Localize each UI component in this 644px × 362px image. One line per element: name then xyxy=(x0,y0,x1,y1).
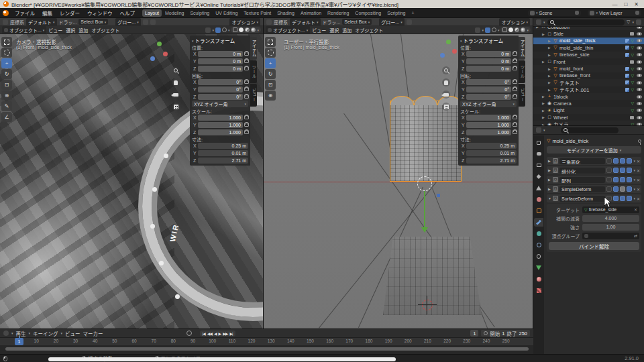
active-tool-icon[interactable] xyxy=(266,19,272,25)
screen-icon[interactable] xyxy=(630,60,634,64)
modifier-icon[interactable] xyxy=(625,67,629,71)
modifier-toggle-1[interactable] xyxy=(613,158,619,164)
proportional-editing-icon[interactable] xyxy=(215,27,221,33)
modifier-toggle-2[interactable] xyxy=(620,168,625,173)
object-name[interactable]: Side xyxy=(553,31,564,37)
viewport-menu-オブジェクト[interactable]: オブジェクト xyxy=(91,27,119,34)
lock-icon[interactable] xyxy=(513,95,517,99)
modifier-toggle-3[interactable] xyxy=(627,186,632,192)
shading-wireframe-icon[interactable] xyxy=(233,27,237,32)
outliner-row-mold_front[interactable]: ▶▽mold_front▽ xyxy=(533,65,644,72)
timeline-track[interactable] xyxy=(0,345,533,355)
expand-icon[interactable]: ▶ xyxy=(548,67,551,71)
visibility-eye-icon[interactable] xyxy=(637,116,642,119)
lock-icon[interactable] xyxy=(244,80,248,84)
rotation-mode-dropdown[interactable]: XYZ オイラー角▾ xyxy=(192,101,248,107)
visibility-eye-icon[interactable] xyxy=(637,46,642,50)
gizmo-axis-x[interactable] xyxy=(163,52,168,56)
modifier-toggle-3[interactable] xyxy=(627,177,632,182)
breadcrumb-object-name[interactable]: mold_side_thick xyxy=(552,138,588,144)
modifier-row-三角面化[interactable]: ▶△三角面化▾✕ xyxy=(547,157,641,165)
modifier-row-細分化[interactable]: ▶△細分化▾✕ xyxy=(547,166,641,174)
properties-tab-particles[interactable] xyxy=(534,229,543,238)
visibility-eye-icon[interactable] xyxy=(637,81,642,84)
modifier-toggle-3[interactable] xyxy=(627,158,632,164)
modifier-icon[interactable] xyxy=(625,53,629,57)
visibility-eye-icon[interactable] xyxy=(637,39,642,42)
transform-x-field[interactable]: X1.000 xyxy=(460,114,517,121)
camera-view-icon[interactable] xyxy=(172,90,180,99)
zoom-icon[interactable] xyxy=(442,66,450,74)
workspace-tab-scripting[interactable]: Scripting xyxy=(384,9,408,17)
object-name[interactable]: mold_side_thick xyxy=(559,38,596,44)
expand-icon[interactable]: ▶ xyxy=(542,123,545,125)
modifier-name-field[interactable]: SimpleDeform xyxy=(559,186,605,192)
outliner-row-テキスト.001[interactable]: ▶▽テキスト.001▽ xyxy=(533,86,644,93)
expand-icon[interactable]: ▶ xyxy=(548,159,551,163)
screen-icon[interactable] xyxy=(630,116,634,119)
modifier-name-field[interactable]: 細分化 xyxy=(559,168,605,174)
expand-icon[interactable]: ▶ xyxy=(548,46,551,50)
expand-icon[interactable]: ▶ xyxy=(542,32,545,36)
visibility-eye-icon[interactable] xyxy=(637,53,642,56)
pivot-point-icon[interactable] xyxy=(143,19,148,25)
overlays-icon[interactable] xyxy=(222,27,227,32)
transform-y-field[interactable]: Y0.01 m xyxy=(192,149,248,156)
outliner-row-Light[interactable]: ▶☀Light▽ xyxy=(533,107,644,114)
viewport-left-canvas[interactable]: WIR カメラ・透視投影 (1) Front | mold_side_thick… xyxy=(0,34,263,328)
transform-y-field[interactable]: Y1.000 xyxy=(460,121,517,128)
unbind-button[interactable]: バインド解除 xyxy=(549,242,639,250)
transform-z-field[interactable]: Z1.000 xyxy=(460,129,517,135)
gizmo-axis-y[interactable] xyxy=(157,42,162,46)
workspace-tab-animation[interactable]: Animation xyxy=(298,9,324,17)
modifier-toggle-0[interactable] xyxy=(606,186,612,192)
rotate-tool[interactable]: ↻ xyxy=(1,69,12,79)
delete-modifier-icon[interactable]: ✕ xyxy=(637,168,640,173)
delete-modifier-icon[interactable]: ✕ xyxy=(637,159,640,164)
add-modifier-button[interactable]: モディファイアーを追加▾ xyxy=(547,146,641,154)
object-name[interactable]: Light xyxy=(553,107,564,113)
lock-icon[interactable] xyxy=(513,66,517,70)
blender-menu-icon[interactable] xyxy=(3,10,9,16)
visibility-eye-icon[interactable] xyxy=(637,102,642,105)
ortho-toggle-icon[interactable] xyxy=(442,103,450,111)
transform-z-field[interactable]: Z2.71 m xyxy=(460,157,517,164)
measure-tool[interactable]: ∠ xyxy=(1,112,12,122)
object-name[interactable]: mold_side_thin xyxy=(559,45,593,51)
properties-tab-tool[interactable] xyxy=(534,138,543,147)
delete-modifier-icon[interactable]: ✕ xyxy=(637,187,640,192)
properties-tab-constraints[interactable] xyxy=(534,252,543,261)
modifier-icon[interactable] xyxy=(625,39,629,43)
shading-material-icon[interactable] xyxy=(245,27,250,32)
editor-type-icon[interactable] xyxy=(536,127,541,133)
outliner-row-テキスト[interactable]: ▶▽テキスト▽ xyxy=(533,79,644,86)
outliner-row-tirebase_side[interactable]: ▶▽tirebase_side▽ xyxy=(533,52,644,58)
move-tool[interactable]: + xyxy=(265,58,276,68)
pan-hand-icon[interactable] xyxy=(442,78,450,86)
new-collection-icon[interactable] xyxy=(636,19,641,25)
options-dropdown[interactable]: オプション▾ xyxy=(499,18,530,26)
proportional-editing-icon[interactable] xyxy=(485,27,490,33)
expand-icon[interactable]: ▶ xyxy=(548,168,551,172)
workspace-tab-sculpting[interactable]: Sculpting xyxy=(187,9,212,17)
transform-x-field[interactable]: X1.000 xyxy=(192,114,248,121)
scene-selector[interactable]: ▾ Scene xyxy=(528,10,582,16)
transform-z-field[interactable]: Z0° xyxy=(192,93,248,100)
snap-magnet-icon[interactable] xyxy=(475,27,480,33)
visibility-eye-icon[interactable] xyxy=(637,60,642,64)
lock-icon[interactable] xyxy=(513,123,517,127)
modifier-row-配列[interactable]: ▶△配列▾✕ xyxy=(547,176,641,184)
camera-view-icon[interactable] xyxy=(442,90,450,99)
outliner-row-Wheel[interactable]: ▶□Wheel xyxy=(533,114,644,121)
properties-tab-output[interactable] xyxy=(534,161,543,170)
sidebar-tab-2[interactable]: ビュー xyxy=(519,84,525,107)
modifier-toggle-3[interactable] xyxy=(627,196,632,201)
screen-icon[interactable] xyxy=(630,32,634,36)
transform-z-field[interactable]: Z0 m xyxy=(460,65,517,72)
sidebar-tab-2[interactable]: ビュー xyxy=(250,84,257,107)
transform-x-field[interactable]: X0.25 m xyxy=(460,142,517,149)
orientation-dropdown[interactable]: デフォルト▾ xyxy=(26,18,57,26)
transform-y-field[interactable]: Y0.01 m xyxy=(460,149,517,156)
clear-target-icon[interactable]: ✕ xyxy=(634,207,637,212)
modifier-icon[interactable] xyxy=(625,74,629,78)
